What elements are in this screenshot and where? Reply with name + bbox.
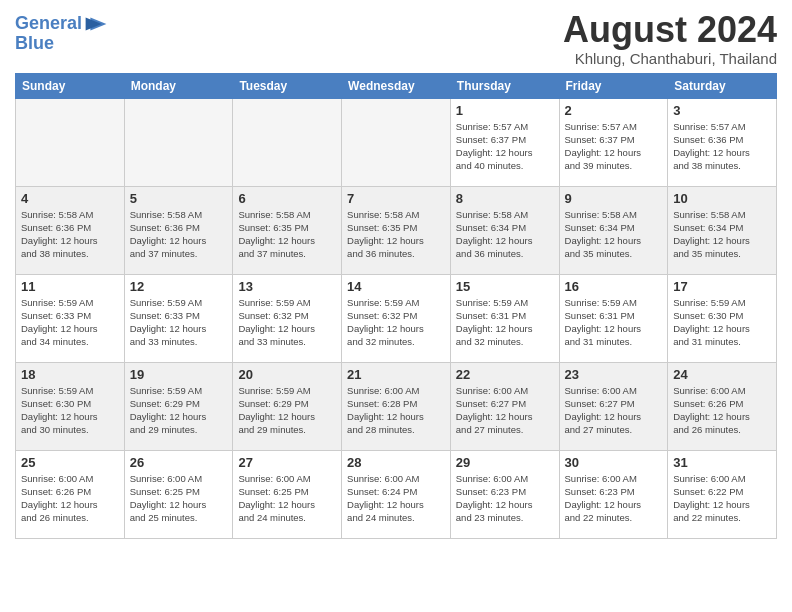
day-info: Sunrise: 5:59 AM Sunset: 6:29 PM Dayligh…: [130, 384, 228, 437]
day-number: 18: [21, 367, 119, 382]
day-number: 14: [347, 279, 445, 294]
day-cell: 6Sunrise: 5:58 AM Sunset: 6:35 PM Daylig…: [233, 186, 342, 274]
day-info: Sunrise: 5:58 AM Sunset: 6:36 PM Dayligh…: [130, 208, 228, 261]
day-cell: 8Sunrise: 5:58 AM Sunset: 6:34 PM Daylig…: [450, 186, 559, 274]
day-number: 25: [21, 455, 119, 470]
day-cell: 28Sunrise: 6:00 AM Sunset: 6:24 PM Dayli…: [342, 450, 451, 538]
day-cell: 5Sunrise: 5:58 AM Sunset: 6:36 PM Daylig…: [124, 186, 233, 274]
day-cell: 24Sunrise: 6:00 AM Sunset: 6:26 PM Dayli…: [668, 362, 777, 450]
header-cell-monday: Monday: [124, 73, 233, 98]
header: General Blue August 2024 Khlung, Chantha…: [15, 10, 777, 67]
calendar-table: SundayMondayTuesdayWednesdayThursdayFrid…: [15, 73, 777, 539]
day-cell: [233, 98, 342, 186]
day-number: 26: [130, 455, 228, 470]
logo-icon: [84, 14, 108, 34]
header-cell-friday: Friday: [559, 73, 668, 98]
day-number: 28: [347, 455, 445, 470]
day-cell: [16, 98, 125, 186]
week-row-2: 4Sunrise: 5:58 AM Sunset: 6:36 PM Daylig…: [16, 186, 777, 274]
day-cell: 14Sunrise: 5:59 AM Sunset: 6:32 PM Dayli…: [342, 274, 451, 362]
day-cell: 12Sunrise: 5:59 AM Sunset: 6:33 PM Dayli…: [124, 274, 233, 362]
day-info: Sunrise: 5:59 AM Sunset: 6:33 PM Dayligh…: [130, 296, 228, 349]
day-info: Sunrise: 6:00 AM Sunset: 6:23 PM Dayligh…: [565, 472, 663, 525]
day-cell: 17Sunrise: 5:59 AM Sunset: 6:30 PM Dayli…: [668, 274, 777, 362]
day-number: 9: [565, 191, 663, 206]
day-info: Sunrise: 5:58 AM Sunset: 6:35 PM Dayligh…: [238, 208, 336, 261]
day-info: Sunrise: 6:00 AM Sunset: 6:25 PM Dayligh…: [130, 472, 228, 525]
day-number: 1: [456, 103, 554, 118]
day-number: 12: [130, 279, 228, 294]
day-info: Sunrise: 6:00 AM Sunset: 6:22 PM Dayligh…: [673, 472, 771, 525]
day-info: Sunrise: 5:58 AM Sunset: 6:36 PM Dayligh…: [21, 208, 119, 261]
day-number: 2: [565, 103, 663, 118]
day-number: 24: [673, 367, 771, 382]
title-area: August 2024 Khlung, Chanthaburi, Thailan…: [563, 10, 777, 67]
day-info: Sunrise: 6:00 AM Sunset: 6:27 PM Dayligh…: [456, 384, 554, 437]
day-info: Sunrise: 5:58 AM Sunset: 6:34 PM Dayligh…: [456, 208, 554, 261]
week-row-3: 11Sunrise: 5:59 AM Sunset: 6:33 PM Dayli…: [16, 274, 777, 362]
day-info: Sunrise: 5:58 AM Sunset: 6:34 PM Dayligh…: [673, 208, 771, 261]
day-info: Sunrise: 6:00 AM Sunset: 6:24 PM Dayligh…: [347, 472, 445, 525]
day-cell: 10Sunrise: 5:58 AM Sunset: 6:34 PM Dayli…: [668, 186, 777, 274]
day-cell: 26Sunrise: 6:00 AM Sunset: 6:25 PM Dayli…: [124, 450, 233, 538]
day-cell: [124, 98, 233, 186]
day-info: Sunrise: 5:59 AM Sunset: 6:31 PM Dayligh…: [456, 296, 554, 349]
day-cell: 15Sunrise: 5:59 AM Sunset: 6:31 PM Dayli…: [450, 274, 559, 362]
day-number: 23: [565, 367, 663, 382]
day-cell: 21Sunrise: 6:00 AM Sunset: 6:28 PM Dayli…: [342, 362, 451, 450]
month-title: August 2024: [563, 10, 777, 50]
day-number: 31: [673, 455, 771, 470]
header-cell-tuesday: Tuesday: [233, 73, 342, 98]
day-info: Sunrise: 5:59 AM Sunset: 6:29 PM Dayligh…: [238, 384, 336, 437]
day-number: 15: [456, 279, 554, 294]
header-cell-thursday: Thursday: [450, 73, 559, 98]
day-info: Sunrise: 6:00 AM Sunset: 6:23 PM Dayligh…: [456, 472, 554, 525]
day-info: Sunrise: 5:57 AM Sunset: 6:37 PM Dayligh…: [565, 120, 663, 173]
day-number: 27: [238, 455, 336, 470]
week-row-4: 18Sunrise: 5:59 AM Sunset: 6:30 PM Dayli…: [16, 362, 777, 450]
day-number: 22: [456, 367, 554, 382]
day-number: 19: [130, 367, 228, 382]
week-row-5: 25Sunrise: 6:00 AM Sunset: 6:26 PM Dayli…: [16, 450, 777, 538]
day-info: Sunrise: 5:58 AM Sunset: 6:35 PM Dayligh…: [347, 208, 445, 261]
day-info: Sunrise: 5:58 AM Sunset: 6:34 PM Dayligh…: [565, 208, 663, 261]
day-info: Sunrise: 6:00 AM Sunset: 6:28 PM Dayligh…: [347, 384, 445, 437]
header-cell-wednesday: Wednesday: [342, 73, 451, 98]
day-cell: 7Sunrise: 5:58 AM Sunset: 6:35 PM Daylig…: [342, 186, 451, 274]
header-cell-saturday: Saturday: [668, 73, 777, 98]
day-info: Sunrise: 6:00 AM Sunset: 6:26 PM Dayligh…: [21, 472, 119, 525]
day-number: 16: [565, 279, 663, 294]
day-cell: 2Sunrise: 5:57 AM Sunset: 6:37 PM Daylig…: [559, 98, 668, 186]
day-cell: 3Sunrise: 5:57 AM Sunset: 6:36 PM Daylig…: [668, 98, 777, 186]
day-cell: 16Sunrise: 5:59 AM Sunset: 6:31 PM Dayli…: [559, 274, 668, 362]
header-cell-sunday: Sunday: [16, 73, 125, 98]
day-number: 29: [456, 455, 554, 470]
day-number: 11: [21, 279, 119, 294]
day-info: Sunrise: 5:59 AM Sunset: 6:31 PM Dayligh…: [565, 296, 663, 349]
day-info: Sunrise: 5:57 AM Sunset: 6:37 PM Dayligh…: [456, 120, 554, 173]
logo: General Blue: [15, 14, 108, 54]
week-row-1: 1Sunrise: 5:57 AM Sunset: 6:37 PM Daylig…: [16, 98, 777, 186]
day-number: 7: [347, 191, 445, 206]
day-number: 17: [673, 279, 771, 294]
day-info: Sunrise: 5:59 AM Sunset: 6:32 PM Dayligh…: [347, 296, 445, 349]
day-cell: 29Sunrise: 6:00 AM Sunset: 6:23 PM Dayli…: [450, 450, 559, 538]
day-number: 6: [238, 191, 336, 206]
day-cell: 13Sunrise: 5:59 AM Sunset: 6:32 PM Dayli…: [233, 274, 342, 362]
day-cell: 11Sunrise: 5:59 AM Sunset: 6:33 PM Dayli…: [16, 274, 125, 362]
day-number: 8: [456, 191, 554, 206]
day-cell: 20Sunrise: 5:59 AM Sunset: 6:29 PM Dayli…: [233, 362, 342, 450]
day-info: Sunrise: 5:59 AM Sunset: 6:30 PM Dayligh…: [673, 296, 771, 349]
day-number: 10: [673, 191, 771, 206]
header-row: SundayMondayTuesdayWednesdayThursdayFrid…: [16, 73, 777, 98]
day-info: Sunrise: 6:00 AM Sunset: 6:26 PM Dayligh…: [673, 384, 771, 437]
location: Khlung, Chanthaburi, Thailand: [563, 50, 777, 67]
day-cell: 31Sunrise: 6:00 AM Sunset: 6:22 PM Dayli…: [668, 450, 777, 538]
day-number: 20: [238, 367, 336, 382]
logo-blue-text: Blue: [15, 34, 108, 54]
logo-text: General: [15, 14, 82, 34]
page-container: General Blue August 2024 Khlung, Chantha…: [0, 0, 792, 549]
day-cell: 25Sunrise: 6:00 AM Sunset: 6:26 PM Dayli…: [16, 450, 125, 538]
day-info: Sunrise: 6:00 AM Sunset: 6:25 PM Dayligh…: [238, 472, 336, 525]
day-cell: 18Sunrise: 5:59 AM Sunset: 6:30 PM Dayli…: [16, 362, 125, 450]
